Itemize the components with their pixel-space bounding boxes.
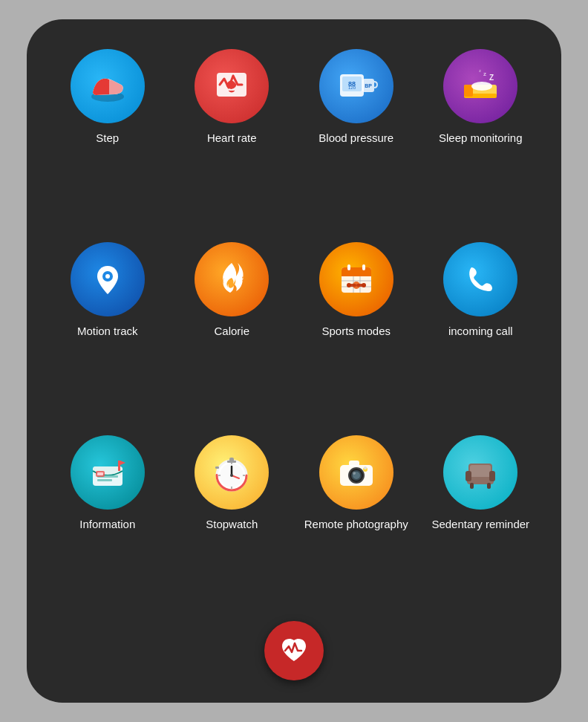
app-grid: Step Heart rate 88 — [49, 49, 539, 614]
svg-rect-66 — [470, 465, 491, 478]
svg-point-51 — [230, 474, 233, 477]
svg-point-3 — [106, 84, 109, 87]
svg-rect-23 — [342, 272, 371, 276]
svg-text:BP: BP — [365, 83, 372, 88]
svg-rect-29 — [362, 264, 365, 270]
information-item[interactable]: Information — [49, 435, 166, 614]
stopwatch-icon — [195, 435, 269, 510]
stopwatch-label: Stopwatch — [206, 517, 258, 532]
step-icon — [71, 49, 145, 123]
sleep-monitoring-label: Sleep monitoring — [439, 131, 523, 146]
svg-text:z: z — [483, 71, 486, 77]
heart-rate-label: Heart rate — [207, 131, 257, 146]
motion-track-label: Motion track — [77, 324, 138, 339]
remote-photography-label: Remote photography — [304, 517, 408, 532]
device-container: Step Heart rate 88 — [27, 19, 561, 703]
heart-rate-item[interactable]: Heart rate — [174, 49, 291, 227]
svg-text:120: 120 — [348, 85, 356, 90]
svg-point-14 — [471, 82, 492, 91]
svg-rect-57 — [349, 461, 359, 466]
motion-track-item[interactable]: Motion track — [49, 242, 166, 420]
heart-rate-icon — [195, 49, 269, 123]
remote-photography-icon — [319, 435, 393, 510]
heart-rate-button[interactable] — [264, 621, 324, 680]
sedentary-reminder-label: Sedentary reminder — [431, 517, 529, 532]
incoming-call-item[interactable]: incoming call — [422, 242, 540, 420]
calorie-label: Calorie — [214, 324, 249, 339]
svg-point-64 — [364, 466, 367, 469]
svg-rect-41 — [97, 472, 103, 475]
information-label: Information — [79, 517, 135, 532]
stopwatch-item[interactable]: Stopwatch — [174, 435, 291, 614]
svg-rect-71 — [487, 483, 491, 489]
svg-point-33 — [347, 283, 351, 287]
motion-track-icon — [71, 242, 145, 316]
remote-photography-item[interactable]: Remote photography — [298, 435, 415, 614]
svg-rect-70 — [470, 483, 474, 489]
svg-text:z: z — [479, 68, 481, 73]
svg-text:Z: Z — [489, 74, 494, 82]
information-icon — [71, 435, 145, 510]
svg-point-34 — [362, 283, 366, 287]
svg-point-1 — [97, 86, 100, 89]
sleep-monitoring-icon: Z z z — [443, 49, 517, 123]
incoming-call-icon — [443, 242, 517, 316]
svg-rect-48 — [215, 466, 219, 469]
calorie-icon — [195, 242, 269, 316]
sports-modes-item[interactable]: Sports modes — [298, 242, 415, 420]
step-label: Step — [96, 131, 119, 146]
svg-rect-69 — [489, 471, 495, 481]
blood-pressure-icon: 88 120 BP — [319, 49, 393, 123]
svg-rect-37 — [118, 461, 120, 471]
sports-modes-label: Sports modes — [321, 324, 391, 339]
step-item[interactable]: Step — [49, 49, 166, 227]
sports-modes-icon — [319, 242, 393, 316]
svg-point-2 — [102, 85, 105, 88]
incoming-call-label: incoming call — [448, 324, 513, 339]
svg-rect-39 — [97, 479, 112, 481]
sedentary-reminder-icon — [443, 435, 517, 510]
svg-rect-68 — [466, 471, 471, 481]
svg-rect-28 — [347, 264, 350, 270]
svg-point-20 — [105, 274, 110, 279]
blood-pressure-item[interactable]: 88 120 BP Blood pressure — [298, 49, 415, 227]
sedentary-reminder-item[interactable]: Sedentary reminder — [422, 435, 540, 614]
sleep-monitoring-item[interactable]: Z z z Sleep monitoring — [422, 49, 540, 227]
calorie-item[interactable]: Calorie — [174, 242, 291, 420]
blood-pressure-label: Blood pressure — [318, 131, 393, 146]
svg-point-62 — [353, 472, 356, 475]
